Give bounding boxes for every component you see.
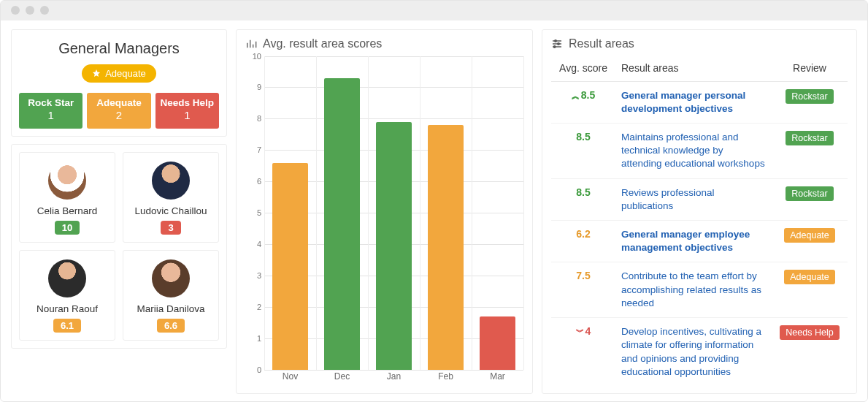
table-row: 8.5Reviews professional publicationsRock…: [551, 178, 848, 220]
status-count: 1: [22, 109, 80, 123]
dashboard-window: General Managers Adequate Rock Star1Adeq…: [0, 0, 868, 402]
review-badge: Adequate: [784, 228, 835, 243]
chart-bar[interactable]: [272, 163, 307, 370]
window-control-close[interactable]: [11, 6, 20, 15]
result-areas-panel: Result areas Avg. score Result areas Rev…: [542, 29, 857, 395]
group-title: General Managers: [19, 40, 219, 57]
chart-area: NovDecJanFebMar 012345678910: [245, 55, 523, 387]
col-area: Result areas: [615, 55, 772, 82]
result-area-link[interactable]: General manager employee management obje…: [621, 229, 750, 253]
person-name: Ludovic Chaillou: [128, 205, 214, 216]
status-label: Needs Help: [158, 97, 216, 110]
row-score: 7.5: [551, 262, 615, 318]
people-grid: Celia Bernard10Ludovic Chaillou3Nouran R…: [13, 146, 225, 346]
review-badge: Needs Help: [780, 325, 839, 340]
result-area-link[interactable]: Contribute to the team effort by accompl…: [621, 270, 761, 308]
table-row: ︽8.5General manager personal development…: [551, 81, 848, 123]
chart-ytick: 2: [245, 303, 261, 311]
window-control-zoom[interactable]: [40, 6, 49, 15]
row-score: 8.5: [551, 178, 615, 220]
chart-ytick: 10: [245, 52, 261, 61]
table-row: ︾4Develop incentives, cultivating a clim…: [551, 318, 848, 386]
chart-ytick: 4: [245, 240, 261, 249]
result-area-link[interactable]: Maintains professional and technical kno…: [621, 132, 765, 169]
group-pill-label: Adequate: [105, 68, 146, 79]
person-score-badge: 6.1: [53, 319, 81, 333]
person-name: Mariia Danilova: [128, 303, 214, 314]
table-row: 7.5Contribute to the team effort by acco…: [551, 262, 848, 318]
col-review: Review: [772, 55, 848, 82]
group-pill[interactable]: Adequate: [82, 64, 156, 83]
chart-xtick: Dec: [316, 371, 368, 386]
status-box-needs-help[interactable]: Needs Help1: [155, 93, 219, 129]
row-score: 8.5: [551, 123, 615, 178]
avatar: [152, 162, 190, 200]
chart-bar[interactable]: [324, 78, 359, 370]
chevron-down-icon: ︾: [576, 327, 584, 338]
chart-ytick: 6: [245, 177, 261, 186]
avatar: [152, 259, 190, 297]
status-box-adequate[interactable]: Adequate2: [87, 93, 150, 129]
chart-ytick: 1: [245, 334, 261, 343]
chart-xticks: NovDecJanFebMar: [264, 371, 523, 386]
person-score-badge: 3: [161, 221, 180, 235]
person-score-badge: 10: [55, 221, 80, 235]
row-score: ︾4: [551, 318, 615, 386]
person-card[interactable]: Ludovic Chaillou3: [123, 152, 219, 243]
chart-panel: Avg. result area scores NovDecJanFebMar …: [236, 29, 533, 395]
status-count: 2: [90, 109, 147, 123]
window-titlebar: [1, 1, 867, 20]
svg-point-5: [555, 39, 557, 42]
col-score: Avg. score: [551, 55, 615, 82]
chart-ytick: 7: [245, 145, 261, 154]
chart-bar[interactable]: [480, 316, 515, 370]
bar-chart-icon: [245, 38, 257, 50]
person-card[interactable]: Celia Bernard10: [19, 152, 115, 243]
people-panel: Celia Bernard10Ludovic Chaillou3Nouran R…: [11, 144, 227, 349]
table-row: 6.2General manager employee management o…: [551, 221, 848, 262]
chart-ytick: 9: [245, 83, 261, 91]
chart-ytick: 8: [245, 114, 261, 123]
result-area-link[interactable]: General manager personal development obj…: [621, 90, 745, 114]
review-badge: Rockstar: [786, 131, 833, 145]
chart-xtick: Nov: [264, 371, 316, 386]
window-control-minimize[interactable]: [26, 6, 34, 15]
status-box-rock-star[interactable]: Rock Star1: [19, 93, 82, 129]
avatar: [48, 162, 86, 200]
review-badge: Rockstar: [786, 186, 833, 201]
person-name: Nouran Raouf: [24, 303, 110, 314]
result-area-link[interactable]: Develop incentives, cultivating a climat…: [621, 326, 761, 377]
person-score-badge: 6.6: [157, 319, 185, 333]
chart-title: Avg. result area scores: [263, 37, 382, 50]
chart-ytick: 3: [245, 271, 261, 280]
row-score: 6.2: [551, 221, 615, 262]
status-label: Rock Star: [22, 97, 80, 110]
status-count: 1: [158, 109, 216, 123]
chart-ytick: 0: [245, 365, 261, 374]
chevron-up-icon: ︽: [572, 91, 580, 102]
svg-point-7: [558, 42, 560, 45]
avatar: [48, 259, 86, 297]
result-area-link[interactable]: Reviews professional publications: [621, 187, 715, 211]
chart-bars: [264, 56, 523, 371]
chart-xtick: Jan: [368, 371, 420, 386]
left-column: General Managers Adequate Rock Star1Adeq…: [11, 29, 227, 395]
row-score: ︽8.5: [551, 81, 615, 123]
star-icon: [92, 69, 101, 77]
chart-bar[interactable]: [428, 125, 463, 370]
review-badge: Rockstar: [786, 89, 833, 104]
result-areas-title: Result areas: [569, 37, 634, 50]
person-name: Celia Bernard: [24, 205, 110, 216]
person-card[interactable]: Mariia Danilova6.6: [123, 250, 219, 341]
chart-bar[interactable]: [376, 122, 411, 370]
status-label: Adequate: [90, 97, 147, 110]
person-card[interactable]: Nouran Raouf6.1: [19, 250, 115, 341]
dashboard-content: General Managers Adequate Rock Star1Adeq…: [1, 20, 867, 402]
status-row: Rock Star1Adequate2Needs Help1: [19, 93, 219, 129]
svg-point-9: [553, 45, 556, 48]
result-areas-title-row: Result areas: [551, 37, 848, 50]
chart-xtick: Feb: [420, 371, 472, 386]
sliders-icon: [551, 38, 563, 50]
chart-ytick: 5: [245, 208, 261, 217]
group-header-card: General Managers Adequate Rock Star1Adeq…: [11, 29, 227, 137]
